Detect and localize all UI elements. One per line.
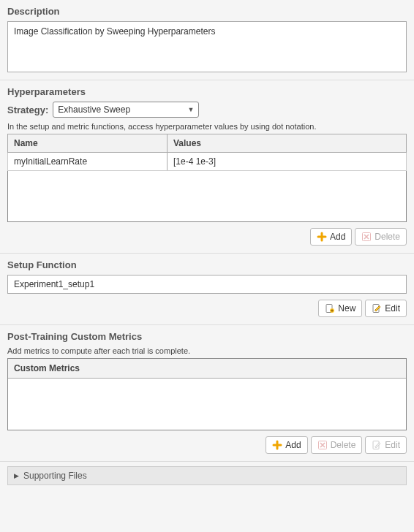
supporting-files-label: Supporting Files: [23, 471, 87, 481]
description-value: Image Classification by Sweeping Hyperpa…: [14, 26, 215, 37]
hp-col-name: Name: [8, 134, 168, 153]
plus-icon: [272, 440, 282, 450]
hp-row-name: myInitialLearnRate: [8, 153, 168, 171]
add-button[interactable]: Add: [266, 436, 307, 454]
edit-file-icon: [372, 303, 382, 314]
new-file-icon: [325, 303, 335, 314]
metrics-section: Post-Training Custom Metrics Add metrics…: [0, 324, 414, 461]
strategy-row: Strategy: Exhaustive Sweep ▼: [7, 102, 407, 118]
edit-file-icon: [372, 440, 382, 450]
strategy-label: Strategy:: [7, 104, 48, 115]
setup-value: Experiment1_setup1: [14, 279, 94, 289]
add-label: Add: [285, 440, 301, 450]
metrics-title: Post-Training Custom Metrics: [7, 331, 407, 342]
divider: [0, 461, 414, 462]
delete-button: Delete: [355, 228, 407, 246]
setup-input[interactable]: Experiment1_setup1: [7, 275, 407, 294]
plus-icon: [317, 232, 327, 242]
x-icon: [361, 232, 372, 242]
strategy-value: Exhaustive Sweep: [58, 104, 130, 115]
metrics-header: Custom Metrics: [8, 359, 406, 379]
metrics-button-row: Add Delete Edit: [7, 436, 407, 454]
strategy-select[interactable]: Exhaustive Sweep ▼: [53, 102, 199, 118]
edit-button[interactable]: Edit: [365, 300, 407, 317]
table-row[interactable]: myInitialLearnRate [1e-4 1e-3]: [8, 153, 407, 171]
hp-col-values: Values: [168, 134, 407, 153]
edit-label: Edit: [385, 440, 400, 450]
add-label: Add: [330, 232, 345, 242]
metrics-empty: [8, 379, 406, 430]
hyperparameters-title: Hyperparameters: [7, 86, 407, 97]
supporting-files-bar[interactable]: ▶ Supporting Files: [7, 466, 407, 485]
metrics-hint: Add metrics to compute after each trial …: [7, 346, 407, 355]
new-label: New: [338, 303, 355, 314]
hyperparameters-hint: In the setup and metric functions, acces…: [7, 122, 407, 131]
chevron-down-icon: ▼: [187, 106, 194, 113]
description-textarea[interactable]: Image Classification by Sweeping Hyperpa…: [7, 21, 407, 72]
setup-section: Setup Function Experiment1_setup1 New Ed…: [0, 253, 414, 324]
chevron-right-icon: ▶: [14, 472, 19, 479]
delete-label: Delete: [331, 440, 356, 450]
hp-row-values: [1e-4 1e-3]: [168, 153, 407, 171]
delete-label: Delete: [375, 232, 400, 242]
hyperparameters-section: Hyperparameters Strategy: Exhaustive Swe…: [0, 80, 414, 253]
hyperparameters-table: Name Values myInitialLearnRate [1e-4 1e-…: [7, 134, 407, 171]
delete-button: Delete: [311, 436, 363, 454]
edit-button: Edit: [365, 436, 407, 454]
setup-button-row: New Edit: [7, 300, 407, 317]
description-title: Description: [7, 6, 407, 17]
new-button[interactable]: New: [318, 300, 362, 317]
setup-title: Setup Function: [7, 259, 407, 270]
metrics-table: Custom Metrics: [7, 358, 407, 430]
hp-button-row: Add Delete: [7, 228, 407, 246]
edit-label: Edit: [385, 303, 400, 314]
hp-empty-area: [7, 171, 407, 222]
description-section: Description Image Classification by Swee…: [0, 0, 414, 80]
add-button[interactable]: Add: [310, 228, 352, 246]
x-icon: [317, 440, 328, 450]
